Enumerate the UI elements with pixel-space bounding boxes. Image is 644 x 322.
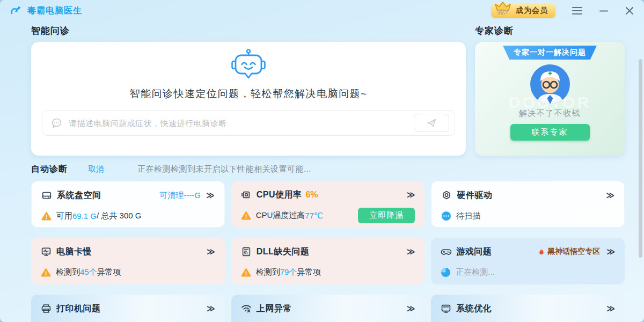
- gear-icon: [441, 190, 452, 201]
- auto-diag-status: 正在检测检测到未开启以下性能相关设置可能...: [137, 164, 311, 174]
- status-suffix: 异常项: [297, 267, 321, 277]
- chevron-icon[interactable]: ≫: [207, 304, 215, 313]
- doctor-avatar: [530, 64, 570, 104]
- wifi-error-icon: [241, 303, 252, 314]
- game-zone-label: 黑神话悟空专区: [547, 247, 600, 257]
- cpu-icon: [241, 189, 252, 200]
- consult-input[interactable]: [68, 118, 414, 128]
- warning-icon: [41, 211, 52, 221]
- status-value: 45个: [80, 267, 97, 277]
- status-prefix: 可用: [56, 211, 72, 221]
- brand: 毒霸电脑医生: [10, 4, 82, 17]
- card-hardware-driver[interactable]: 硬件驱动 ≫ 待扫描: [431, 181, 625, 228]
- diagnostic-grid: 系统盘空间 可清理----G ≫ 可用 69.1 G / 总共 300 G: [31, 181, 625, 322]
- card-printer-issues[interactable]: 打印机问题 ≫: [31, 295, 225, 322]
- status-prefix: 检测到: [256, 267, 280, 277]
- menu-icon[interactable]: [572, 6, 583, 16]
- expert-heading: 专家诊断: [475, 25, 514, 37]
- scrollbar-thumb[interactable]: [639, 59, 642, 258]
- contact-expert-button[interactable]: 联系专家: [510, 124, 590, 141]
- cpu-usage-value: 6%: [305, 190, 318, 200]
- warning-icon: [241, 210, 251, 221]
- status-text: 正在检测...: [456, 267, 495, 277]
- close-button[interactable]: [625, 6, 634, 16]
- card-title: 游戏问题: [456, 246, 492, 258]
- loading-icon: [441, 267, 451, 277]
- status-value: 77℃: [305, 211, 323, 221]
- card-game-issues[interactable]: 游戏问题 黑神话悟空专区 ≫ 正在检测...: [431, 238, 625, 284]
- disk-icon: [41, 190, 52, 201]
- robot-icon: [231, 48, 266, 84]
- printer-icon: [41, 303, 52, 314]
- card-title: 打印机问题: [56, 303, 101, 314]
- status-value: 79个: [280, 267, 297, 277]
- warning-icon: [241, 267, 251, 277]
- svg-text:DLL: DLL: [244, 252, 248, 255]
- chevron-icon[interactable]: ≫: [407, 190, 415, 200]
- consult-tagline: 智能问诊快速定位问题，轻松帮您解决电脑问题~: [129, 87, 367, 101]
- auto-diag-bar: 自动诊断 取消 正在检测检测到未开启以下性能相关设置可能...: [31, 164, 311, 175]
- minimize-button[interactable]: [599, 6, 609, 16]
- dll-file-icon: DLL: [241, 246, 252, 257]
- vip-member-button[interactable]: VIP 成为会员: [491, 4, 555, 18]
- warning-icon: [41, 267, 51, 277]
- card-title: 电脑卡慢: [56, 246, 92, 258]
- status-suffix: / 总共 300 G: [97, 211, 141, 221]
- expert-promise: 解决不了不收钱: [519, 108, 581, 119]
- card-title: 硬件驱动: [457, 190, 492, 201]
- card-disk-space[interactable]: 系统盘空间 可清理----G ≫ 可用 69.1 G / 总共 300 G: [31, 181, 225, 228]
- chevron-icon[interactable]: ≫: [407, 304, 415, 313]
- chevron-icon[interactable]: ≫: [207, 247, 215, 257]
- svg-text:VIP: VIP: [497, 9, 508, 16]
- chat-bubble-icon: [51, 118, 62, 129]
- game-zone-link[interactable]: 黑神话悟空专区: [538, 247, 600, 257]
- card-title: 系统优化: [456, 303, 492, 314]
- status-value: 69.1 G: [72, 211, 97, 221]
- chevron-icon[interactable]: ≫: [407, 247, 415, 257]
- flame-icon: [538, 248, 545, 256]
- clean-link[interactable]: 可清理----G: [159, 191, 201, 201]
- status-suffix: 异常项: [97, 267, 121, 277]
- cool-down-button[interactable]: 立即降温: [358, 208, 415, 223]
- expert-ribbon: 专家一对一解决问题: [503, 46, 597, 60]
- status-prefix: 检测到: [56, 267, 80, 277]
- card-title: DLL缺失问题: [257, 246, 310, 258]
- chevron-icon[interactable]: ≫: [206, 191, 215, 200]
- consult-input-box: [42, 110, 455, 136]
- card-dll-missing[interactable]: DLL DLL缺失问题 ≫ 检测到 79个 异常项: [231, 238, 425, 284]
- app-title: 毒霸电脑医生: [27, 5, 82, 17]
- paper-plane-icon: [426, 118, 437, 128]
- cancel-link[interactable]: 取消: [88, 164, 104, 174]
- pending-icon: [441, 211, 451, 221]
- send-button[interactable]: [414, 114, 449, 132]
- card-network-issues[interactable]: 上网异常 ≫: [231, 295, 425, 322]
- system-monitor-icon: [441, 303, 451, 314]
- card-title: 系统盘空间: [57, 190, 101, 201]
- card-pc-slow[interactable]: 电脑卡慢 ≫ 检测到 45个 异常项: [31, 238, 225, 284]
- monitor-pulse-icon: [41, 246, 52, 257]
- smart-consult-card: 智能问诊快速定位问题，轻松帮您解决电脑问题~: [31, 42, 466, 156]
- card-title: CPU使用率: [257, 189, 302, 201]
- auto-diag-heading: 自动诊断: [31, 164, 68, 175]
- gamepad-icon: [441, 246, 451, 257]
- app-window: 毒霸电脑医生 VIP 成为会员 智能问诊 专家诊断: [0, 0, 644, 322]
- status-prefix: CPU温度过高: [256, 210, 305, 221]
- card-system-optimize[interactable]: 系统优化 ≫: [431, 295, 625, 322]
- chevron-icon[interactable]: ≫: [606, 247, 615, 257]
- app-logo-icon: [10, 4, 23, 17]
- vip-crown-icon: VIP: [492, 0, 514, 17]
- title-bar: 毒霸电脑医生 VIP 成为会员: [0, 0, 644, 21]
- vip-member-label: 成为会员: [516, 6, 548, 16]
- card-title: 上网异常: [257, 303, 292, 314]
- chevron-icon[interactable]: ≫: [606, 304, 615, 313]
- expert-card: 专家一对一解决问题 DOCTOR 解决不了不收钱 联系: [475, 42, 625, 156]
- chevron-icon[interactable]: ≫: [606, 191, 614, 200]
- smart-consult-heading: 智能问诊: [31, 25, 70, 37]
- card-cpu-usage[interactable]: CPU使用率 6% ≫ CPU温度过高 77℃ 立即降温: [231, 181, 425, 228]
- status-text: 待扫描: [456, 211, 480, 221]
